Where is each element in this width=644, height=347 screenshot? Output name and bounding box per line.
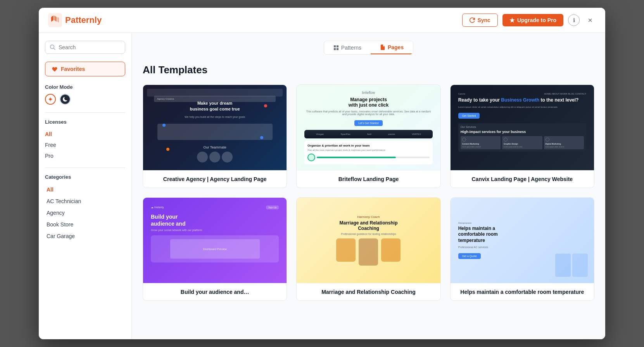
- licenses-section: Licenses All Free Pro: [45, 119, 125, 161]
- card-title: Marriage and Relationship Coaching: [303, 289, 434, 295]
- sidebar: Favorites Color Mode: [39, 33, 132, 339]
- info-button[interactable]: ℹ: [568, 14, 580, 26]
- search-box[interactable]: [45, 41, 125, 54]
- divider-1: [45, 112, 125, 113]
- info-icon: ℹ: [573, 17, 575, 23]
- close-button[interactable]: ×: [584, 14, 596, 26]
- pages-tab-icon: [380, 45, 385, 50]
- card-footer: Briteflow Landing Page: [297, 170, 440, 188]
- modal-body: Favorites Color Mode: [39, 33, 605, 339]
- categories-label: Categories: [45, 174, 125, 180]
- svg-rect-7: [337, 45, 338, 47]
- card-preview-canvix: CanvixHOME ABOUT WORK BLOG CONTACT Ready…: [451, 85, 594, 170]
- category-list: All AC Technician Agency Book Store Car …: [45, 184, 125, 242]
- dot-decoration: [166, 148, 169, 151]
- card-title: Briteflow Landing Page: [303, 176, 434, 182]
- card-preview-briteflow: briteflow Manage projectswith just one c…: [297, 85, 440, 170]
- logo-area: Patternly: [48, 13, 102, 27]
- patternly-logo-icon: [48, 13, 62, 27]
- modal-overlay: Patternly Sync Upgrade to Pro ℹ ×: [39, 8, 605, 339]
- tab-patterns-label: Patterns: [341, 45, 361, 51]
- favorites-button[interactable]: Favorites: [45, 62, 125, 76]
- light-mode-icon: [48, 97, 53, 102]
- favorites-label: Favorites: [61, 66, 85, 72]
- template-grid: Agency Creative Make your dreambusiness …: [143, 85, 594, 301]
- search-input[interactable]: [59, 44, 120, 50]
- tab-patterns[interactable]: Patterns: [324, 41, 371, 54]
- card-footer: Creative Agency | Agency Landing Page: [143, 170, 287, 188]
- close-icon: ×: [588, 16, 592, 25]
- upgrade-button[interactable]: Upgrade to Pro: [502, 14, 563, 26]
- category-ac-technician[interactable]: AC Technician: [45, 195, 125, 207]
- search-icon: [50, 45, 55, 50]
- card-footer: Helps maintain a comfortable room temper…: [451, 283, 594, 300]
- card-footer: Canvix Landing Page | Agency Website: [451, 170, 594, 188]
- dark-mode-button[interactable]: [60, 94, 71, 105]
- app-name: Patternly: [65, 15, 102, 25]
- template-card-ac-tech[interactable]: Designspace Helps maintain acomfortable …: [450, 197, 594, 301]
- main-content: Patterns Pages All Templates: [132, 33, 605, 339]
- card-preview-harmony: Harmony Coach Marriage and RelationshipC…: [297, 198, 440, 283]
- card-title: Build your audience and…: [149, 289, 280, 295]
- tab-group: Patterns Pages: [324, 41, 413, 55]
- light-mode-button[interactable]: [45, 94, 56, 105]
- card-preview-creative-agency: Agency Creative Make your dreambusiness …: [143, 85, 287, 170]
- dot-decoration: [162, 124, 166, 127]
- category-agency[interactable]: Agency: [45, 207, 125, 219]
- dark-mode-icon: [63, 97, 67, 102]
- license-list: All Free Pro: [45, 129, 125, 161]
- license-free[interactable]: Free: [45, 140, 125, 150]
- sync-button[interactable]: Sync: [462, 14, 497, 27]
- card-preview-ac-tech: Designspace Helps maintain acomfortable …: [451, 198, 594, 283]
- divider-2: [45, 167, 125, 168]
- card-footer: Marriage and Relationship Coaching: [297, 283, 440, 300]
- card-preview-instanty: ☁ Instanty Sign Up Build youraudience an…: [143, 198, 287, 283]
- card-title: Creative Agency | Agency Landing Page: [149, 176, 280, 182]
- svg-rect-6: [334, 45, 336, 47]
- template-card-harmony[interactable]: Harmony Coach Marriage and RelationshipC…: [296, 197, 440, 301]
- licenses-label: Licenses: [45, 119, 125, 125]
- template-card-canvix[interactable]: CanvixHOME ABOUT WORK BLOG CONTACT Ready…: [450, 85, 594, 188]
- category-car-garage[interactable]: Car Garage: [45, 230, 125, 242]
- license-pro[interactable]: Pro: [45, 150, 125, 161]
- dot-decoration: [264, 104, 267, 107]
- card-title: Helps maintain a comfortable room temper…: [457, 289, 588, 295]
- tab-pages-label: Pages: [388, 44, 404, 50]
- sync-icon: [470, 17, 475, 23]
- svg-rect-8: [334, 48, 336, 50]
- tabs-row: Patterns Pages: [143, 41, 594, 55]
- template-card-briteflow[interactable]: briteflow Manage projectswith just one c…: [296, 85, 440, 188]
- color-mode-row: [45, 94, 125, 105]
- categories-section: Categories All AC Technician Agency Book…: [45, 174, 125, 242]
- tab-pages[interactable]: Pages: [371, 41, 413, 54]
- card-footer: Build your audience and…: [143, 283, 287, 300]
- card-title: Canvix Landing Page | Agency Website: [457, 176, 588, 182]
- color-mode-section: Color Mode: [45, 84, 125, 105]
- sync-label: Sync: [477, 17, 490, 23]
- patterns-tab-icon: [333, 45, 339, 50]
- modal-header: Patternly Sync Upgrade to Pro ℹ ×: [39, 8, 605, 33]
- category-all[interactable]: All: [45, 184, 125, 195]
- template-card-creative-agency[interactable]: Agency Creative Make your dreambusiness …: [143, 85, 287, 188]
- license-all[interactable]: All: [45, 129, 125, 140]
- header-actions: Sync Upgrade to Pro ℹ ×: [462, 14, 596, 27]
- template-card-instanty[interactable]: ☁ Instanty Sign Up Build youraudience an…: [143, 197, 287, 301]
- category-book-store[interactable]: Book Store: [45, 219, 125, 230]
- svg-rect-9: [337, 48, 338, 50]
- heart-icon: [52, 66, 58, 72]
- color-mode-label: Color Mode: [45, 84, 125, 90]
- upgrade-icon: [509, 17, 515, 23]
- svg-point-1: [49, 98, 52, 100]
- page-title: All Templates: [143, 64, 594, 76]
- upgrade-label: Upgrade to Pro: [517, 17, 556, 23]
